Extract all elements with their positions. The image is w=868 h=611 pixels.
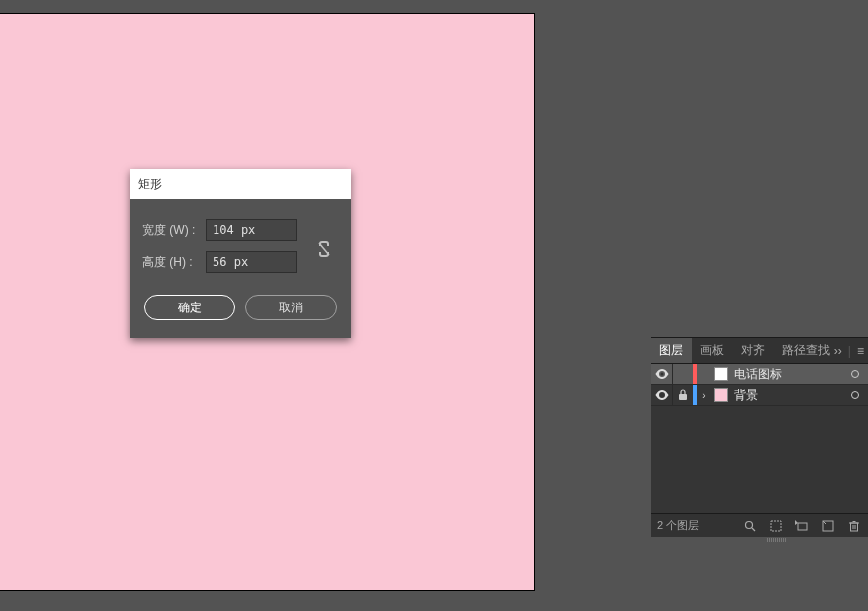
lock-column[interactable] xyxy=(673,364,693,384)
eye-icon xyxy=(655,369,669,379)
dialog-buttons: 确定 取消 xyxy=(142,295,339,320)
circle-icon xyxy=(850,390,860,400)
constrain-link-icon[interactable] xyxy=(317,240,331,258)
menu-icon: ≡ xyxy=(857,344,864,358)
lock-icon xyxy=(678,389,688,401)
tab-artboards[interactable]: 画板 xyxy=(692,338,733,363)
layer-color-bar xyxy=(693,364,697,384)
dialog-title: 矩形 xyxy=(138,176,162,193)
clipping-mask-icon[interactable] xyxy=(768,520,784,532)
width-label: 宽度 (W) : xyxy=(142,222,204,239)
svg-rect-11 xyxy=(851,523,858,531)
layer-swatch xyxy=(714,388,728,402)
tab-layers[interactable]: 图层 xyxy=(651,338,692,363)
chevron-right-icon: ›› xyxy=(834,344,842,358)
svg-point-6 xyxy=(746,521,753,528)
layer-count: 2 个图层 xyxy=(657,518,699,533)
layer-name[interactable]: 电话图标 xyxy=(734,366,846,383)
height-input[interactable] xyxy=(206,251,297,273)
layer-name[interactable]: 背景 xyxy=(734,387,846,404)
cancel-button[interactable]: 取消 xyxy=(245,295,337,320)
panel-tab-overflow[interactable]: ›› | ≡ xyxy=(834,338,864,364)
layer-swatch xyxy=(714,367,728,381)
layers-list: 电话图标 › 背景 xyxy=(651,364,868,513)
height-row: 高度 (H) : xyxy=(142,251,339,273)
layer-target[interactable] xyxy=(846,369,864,379)
svg-point-1 xyxy=(660,373,663,376)
tab-pathfinder[interactable]: 路径查找 xyxy=(774,338,839,363)
tab-align[interactable]: 对齐 xyxy=(733,338,774,363)
panel-resize-grip[interactable] xyxy=(756,538,796,542)
layers-footer: 2 个图层 xyxy=(651,513,868,537)
cancel-label: 取消 xyxy=(279,300,303,316)
svg-point-3 xyxy=(660,394,663,397)
lock-toggle[interactable] xyxy=(673,385,693,405)
svg-rect-4 xyxy=(679,394,687,400)
visibility-toggle[interactable] xyxy=(651,364,673,384)
layer-target[interactable] xyxy=(846,390,864,400)
panel-tabs: 图层 画板 对齐 路径查找 ›› | ≡ xyxy=(651,338,868,364)
locate-object-icon[interactable] xyxy=(742,520,758,532)
svg-rect-8 xyxy=(771,521,781,531)
dialog-titlebar: 矩形 xyxy=(130,169,351,199)
visibility-toggle[interactable] xyxy=(651,385,673,405)
layer-row[interactable]: › 背景 xyxy=(651,385,868,406)
ok-label: 确定 xyxy=(178,300,202,316)
width-row: 宽度 (W) : xyxy=(142,219,339,241)
layer-row[interactable]: 电话图标 xyxy=(651,364,868,385)
ok-button[interactable]: 确定 xyxy=(144,295,235,320)
svg-rect-9 xyxy=(798,523,807,530)
new-layer-icon[interactable] xyxy=(820,520,836,532)
circle-icon xyxy=(850,369,860,379)
svg-point-5 xyxy=(852,392,859,399)
layers-panel: 图层 画板 对齐 路径查找 ›› | ≡ 电话图标 xyxy=(651,337,868,537)
delete-layer-icon[interactable] xyxy=(846,520,862,532)
svg-line-7 xyxy=(752,528,755,531)
layer-expand[interactable]: › xyxy=(697,390,711,401)
height-label: 高度 (H) : xyxy=(142,254,204,271)
eye-icon xyxy=(655,390,669,400)
dialog-body: 宽度 (W) : 高度 (H) : 确定 取消 xyxy=(130,199,351,338)
chevron-right-icon: › xyxy=(702,390,705,401)
layers-empty-area xyxy=(651,406,868,513)
trash-icon xyxy=(848,520,860,532)
new-sublayer-icon[interactable] xyxy=(794,520,810,532)
width-input[interactable] xyxy=(206,219,297,241)
svg-point-2 xyxy=(852,371,859,378)
